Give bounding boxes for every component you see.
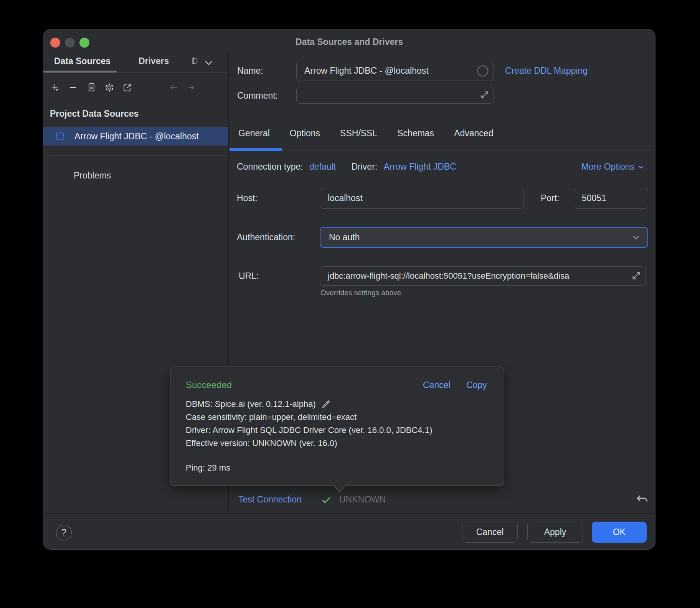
left-panel-tabstrip: Data Sources Drivers D (43, 51, 228, 72)
duplicate-icon[interactable] (86, 82, 97, 93)
connection-type-value[interactable]: default (309, 162, 336, 172)
ok-button[interactable]: OK (592, 522, 647, 543)
edit-pencil-icon[interactable] (321, 399, 330, 408)
success-check-icon (320, 494, 332, 506)
tab-ssh-ssl[interactable]: SSH/SSL (340, 128, 377, 139)
popup-cancel-link[interactable]: Cancel (423, 380, 451, 390)
expand-comment-icon[interactable] (480, 90, 490, 100)
help-button[interactable]: ? (56, 525, 72, 540)
name-label: Name: (237, 66, 263, 76)
problems-item[interactable]: Problems (74, 170, 111, 181)
url-input[interactable]: jdbc:arrow-flight-sql://localhost:50051?… (320, 266, 646, 286)
test-connection-result-popup: Succeeded Cancel Copy DBMS: Spice.ai (ve… (170, 367, 504, 486)
url-hint: Overrides settings above (320, 289, 401, 297)
driver-value-link[interactable]: Arrow Flight JDBC (384, 162, 456, 172)
left-panel-divider (50, 155, 228, 156)
form-tabstrip-border (228, 150, 655, 150)
back-arrow-icon[interactable] (168, 82, 179, 93)
active-tab-underline (43, 71, 117, 73)
footer-separator (43, 513, 655, 514)
chevron-down-icon (632, 235, 640, 240)
connection-result-text: UNKNOWN (339, 494, 386, 505)
host-label: Host: (237, 193, 258, 203)
add-icon[interactable] (50, 82, 61, 93)
tab-drivers[interactable]: Drivers (139, 56, 169, 66)
driver-label: Driver: (351, 162, 377, 172)
url-label: URL: (239, 271, 259, 281)
authentication-value: No auth (329, 232, 360, 243)
active-form-tab-underline (229, 148, 282, 151)
more-options-link[interactable]: More Options (581, 162, 644, 172)
chevron-down-icon (637, 165, 644, 169)
tab-schemas[interactable]: Schemas (397, 128, 434, 139)
chevron-down-icon[interactable] (204, 60, 214, 66)
create-ddl-mapping-link[interactable]: Create DDL Mapping (505, 66, 588, 76)
popup-details: DBMS: Spice.ai (ver. 0.12.1-alpha) Case … (186, 398, 432, 450)
popup-effective-line: Effective version: UNKNOWN (ver. 16.0) (186, 437, 432, 450)
apply-button[interactable]: Apply (527, 522, 583, 543)
data-source-item-label: Arrow Flight JDBC - @localhost (74, 131, 199, 142)
data-source-item-selected[interactable]: Arrow Flight JDBC - @localhost (43, 127, 228, 145)
authentication-label: Authentication: (237, 232, 295, 243)
tab-advanced[interactable]: Advanced (454, 128, 493, 139)
popup-dbms-line: DBMS: Spice.ai (ver. 0.12.1-alpha) (186, 398, 432, 411)
popup-copy-link[interactable]: Copy (466, 380, 487, 390)
popup-ping-line: Ping: 29 ms (186, 463, 230, 473)
project-data-sources-header: Project Data Sources (50, 109, 139, 119)
cancel-button[interactable]: Cancel (462, 522, 518, 543)
popup-case-line: Case sensitivity: plain=upper, delimited… (186, 411, 432, 424)
remove-icon[interactable] (68, 82, 79, 93)
settings-gear-icon[interactable] (104, 82, 115, 93)
tab-truncated[interactable]: D (192, 56, 198, 66)
name-input[interactable]: Arrow Flight JDBC - @localhost (296, 61, 494, 81)
popup-driver-line: Driver: Arrow Flight SQL JDBC Driver Cor… (186, 424, 432, 437)
test-connection-link[interactable]: Test Connection (238, 494, 302, 505)
port-input[interactable]: 50051 (574, 188, 648, 209)
data-sources-dialog: Data Sources and Drivers Data Sources Dr… (43, 29, 655, 550)
regenerate-name-icon[interactable] (477, 65, 489, 77)
tab-options[interactable]: Options (290, 128, 320, 139)
forward-arrow-icon[interactable] (186, 82, 196, 93)
open-in-new-icon[interactable] (122, 82, 133, 93)
port-label: Port: (541, 193, 560, 203)
help-question-icon: ? (61, 527, 66, 538)
connection-type-row: Connection type: default Driver: Arrow F… (237, 162, 456, 172)
popup-status-succeeded: Succeeded (186, 380, 232, 390)
more-options-label: More Options (581, 162, 634, 172)
comment-label: Comment: (237, 91, 278, 101)
host-input[interactable]: localhost (320, 188, 523, 209)
history-nav (168, 82, 196, 93)
tab-data-sources[interactable]: Data Sources (54, 56, 111, 66)
comment-input[interactable] (296, 87, 494, 104)
left-toolbar (50, 82, 133, 93)
undo-icon[interactable] (636, 494, 649, 506)
connection-type-label: Connection type: (237, 162, 303, 172)
authentication-select[interactable]: No auth (320, 227, 648, 248)
data-source-table-icon (55, 132, 64, 141)
tab-general[interactable]: General (238, 128, 270, 139)
form-tabstrip: General Options SSH/SSL Schemas Advanced (238, 128, 493, 139)
expand-url-icon[interactable] (631, 270, 642, 281)
